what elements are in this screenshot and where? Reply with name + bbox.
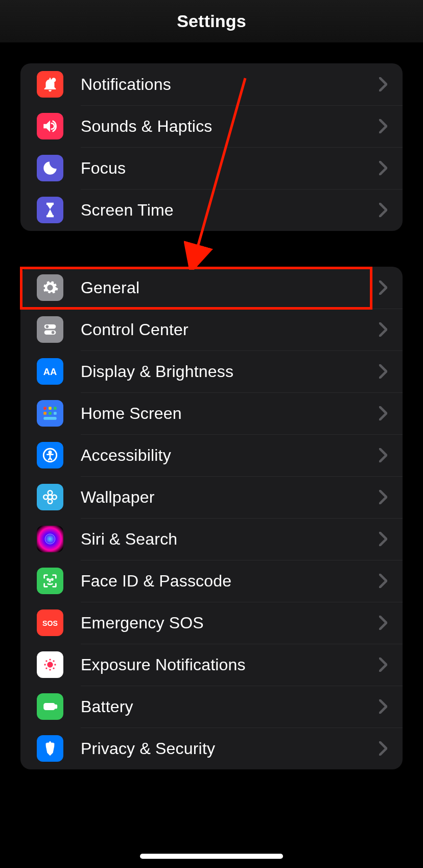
svg-rect-34 xyxy=(55,705,57,708)
row-notifications[interactable]: Notifications xyxy=(20,63,403,105)
svg-point-17 xyxy=(48,499,53,504)
siri-icon xyxy=(37,526,63,552)
row-label: Emergency SOS xyxy=(81,614,379,632)
svg-point-31 xyxy=(45,667,47,669)
settings-content: Notifications Sounds & Haptics Focus Scr… xyxy=(0,43,423,769)
row-label: Accessibility xyxy=(81,446,379,465)
chevron-right-icon xyxy=(379,161,387,175)
chevron-right-icon xyxy=(379,490,387,504)
row-label: Exposure Notifications xyxy=(81,655,379,674)
svg-point-19 xyxy=(52,495,57,500)
svg-rect-33 xyxy=(44,703,55,709)
accessibility-icon xyxy=(37,442,63,468)
row-label: Focus xyxy=(81,159,379,178)
row-accessibility[interactable]: Accessibility xyxy=(20,434,403,476)
settings-group-2: General Control Center AA Display & Brig… xyxy=(20,267,403,769)
row-privacy-security[interactable]: Privacy & Security xyxy=(20,728,403,769)
privacy-icon xyxy=(37,735,63,762)
chevron-right-icon xyxy=(379,699,387,714)
sounds-icon xyxy=(37,113,63,139)
row-label: General xyxy=(81,278,379,297)
svg-point-29 xyxy=(45,660,47,662)
svg-rect-12 xyxy=(43,417,57,420)
display-brightness-icon: AA xyxy=(37,358,63,385)
chevron-right-icon xyxy=(379,280,387,295)
chevron-right-icon xyxy=(379,532,387,546)
home-indicator[interactable] xyxy=(140,854,283,859)
svg-rect-10 xyxy=(49,412,52,415)
svg-point-16 xyxy=(48,490,53,495)
home-screen-icon xyxy=(37,400,63,427)
svg-point-4 xyxy=(52,331,55,334)
chevron-right-icon xyxy=(379,574,387,588)
svg-point-0 xyxy=(52,78,56,82)
row-siri-search[interactable]: Siri & Search xyxy=(20,518,403,560)
svg-point-22 xyxy=(52,579,53,580)
row-emergency-sos[interactable]: SOS Emergency SOS xyxy=(20,602,403,644)
row-screen-time[interactable]: Screen Time xyxy=(20,189,403,231)
row-display-brightness[interactable]: AA Display & Brightness xyxy=(20,350,403,392)
svg-point-30 xyxy=(53,660,54,662)
svg-point-28 xyxy=(54,664,56,665)
svg-point-21 xyxy=(48,579,49,580)
wallpaper-icon xyxy=(37,484,63,510)
notifications-icon xyxy=(37,71,63,98)
row-label: Display & Brightness xyxy=(81,362,379,381)
emergency-sos-icon: SOS xyxy=(37,609,63,636)
row-label: Screen Time xyxy=(81,201,379,220)
general-icon xyxy=(37,274,63,301)
svg-rect-6 xyxy=(43,407,46,410)
svg-point-3 xyxy=(46,325,49,329)
face-id-icon xyxy=(37,568,63,594)
row-label: Notifications xyxy=(81,75,379,94)
header-bar: Settings xyxy=(0,0,423,43)
row-face-id-passcode[interactable]: Face ID & Passcode xyxy=(20,560,403,602)
svg-point-15 xyxy=(48,495,53,500)
svg-text:SOS: SOS xyxy=(42,619,58,627)
chevron-right-icon xyxy=(379,364,387,379)
svg-point-32 xyxy=(53,667,54,669)
svg-point-27 xyxy=(44,664,45,665)
row-home-screen[interactable]: Home Screen xyxy=(20,392,403,434)
svg-point-14 xyxy=(49,451,51,453)
svg-point-24 xyxy=(47,662,53,667)
focus-icon xyxy=(37,155,63,181)
row-label: Wallpaper xyxy=(81,488,379,507)
row-label: Home Screen xyxy=(81,404,379,423)
exposure-notifications-icon xyxy=(37,651,63,678)
screen-time-icon xyxy=(37,197,63,223)
row-label: Battery xyxy=(81,697,379,716)
page-title: Settings xyxy=(177,11,246,31)
svg-point-20 xyxy=(45,534,55,544)
row-label: Privacy & Security xyxy=(81,739,379,758)
row-exposure-notifications[interactable]: Exposure Notifications xyxy=(20,644,403,686)
chevron-right-icon xyxy=(379,406,387,420)
svg-text:AA: AA xyxy=(43,366,57,377)
row-label: Siri & Search xyxy=(81,530,379,549)
row-wallpaper[interactable]: Wallpaper xyxy=(20,476,403,518)
chevron-right-icon xyxy=(379,322,387,337)
row-label: Control Center xyxy=(81,320,379,339)
row-sounds-haptics[interactable]: Sounds & Haptics xyxy=(20,105,403,147)
chevron-right-icon xyxy=(379,77,387,91)
chevron-right-icon xyxy=(379,203,387,217)
svg-point-18 xyxy=(43,495,48,500)
chevron-right-icon xyxy=(379,119,387,133)
row-label: Sounds & Haptics xyxy=(81,117,379,136)
svg-point-25 xyxy=(49,659,51,660)
row-label: Face ID & Passcode xyxy=(81,572,379,591)
settings-group-1: Notifications Sounds & Haptics Focus Scr… xyxy=(20,63,403,231)
chevron-right-icon xyxy=(379,448,387,462)
row-focus[interactable]: Focus xyxy=(20,147,403,189)
svg-rect-7 xyxy=(49,407,52,410)
chevron-right-icon xyxy=(379,658,387,672)
row-control-center[interactable]: Control Center xyxy=(20,309,403,350)
battery-icon xyxy=(37,693,63,720)
svg-rect-8 xyxy=(54,407,57,410)
chevron-right-icon xyxy=(379,616,387,630)
svg-rect-9 xyxy=(43,412,46,415)
svg-rect-11 xyxy=(54,412,57,415)
row-general[interactable]: General xyxy=(20,267,403,309)
row-battery[interactable]: Battery xyxy=(20,686,403,728)
control-center-icon xyxy=(37,316,63,343)
